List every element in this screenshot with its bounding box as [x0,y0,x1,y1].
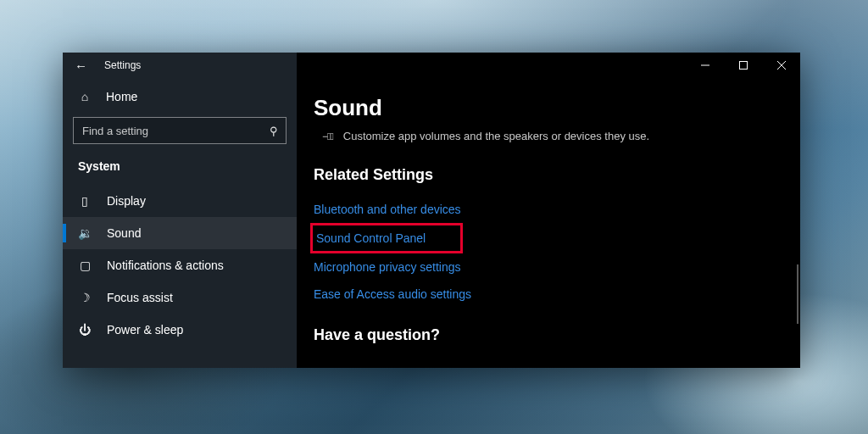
related-links-list: Bluetooth and other devices Sound Contro… [314,196,800,308]
sidebar: ← Settings ⌂ Home ⚲ System ▯ Display 🔉 S… [63,53,297,368]
sidebar-item-notifications[interactable]: ▢ Notifications & actions [63,249,297,281]
notifications-icon: ▢ [78,259,92,272]
link-microphone-privacy[interactable]: Microphone privacy settings [314,253,461,281]
category-label: System [63,153,297,185]
sidebar-item-focus-assist[interactable]: ☽ Focus assist [63,281,297,314]
sidebar-item-label: Focus assist [107,291,173,304]
related-settings-header: Related Settings [314,166,800,184]
home-label: Home [106,90,137,103]
link-bluetooth[interactable]: Bluetooth and other devices [314,196,461,223]
sound-icon: 🔉 [78,226,92,240]
window-controls [686,53,800,78]
app-title: Settings [104,59,141,71]
question-header: Have a question? [314,326,800,344]
sidebar-item-label: Sound [107,226,141,240]
power-icon: ⏻ [78,323,92,337]
annotation-highlight: Sound Control Panel [310,223,463,253]
link-ease-of-access[interactable]: Ease of Access audio settings [314,281,471,308]
sidebar-item-display[interactable]: ▯ Display [63,185,297,217]
minimize-button[interactable] [686,53,724,78]
svg-rect-1 [739,62,747,70]
sidebar-item-sound[interactable]: 🔉 Sound [63,217,297,249]
scrollbar[interactable] [797,264,798,324]
minimize-icon [701,61,709,70]
volume-mixer-icon: − [322,131,333,142]
subtitle-text: Customize app volumes and the speakers o… [343,130,649,142]
search-field-wrap: ⚲ [73,117,287,144]
focus-assist-icon: ☽ [78,291,92,304]
content-pane: Sound − Customize app volumes and the … [297,53,800,368]
maximize-icon [739,61,748,70]
main-content: Sound − Customize app volumes and the … [297,53,800,344]
sidebar-item-label: Power & sleep [107,323,183,337]
sidebar-item-label: Display [107,194,146,208]
settings-window: ← Settings ⌂ Home ⚲ System ▯ Display 🔉 S… [63,53,800,368]
back-arrow-icon[interactable]: ← [75,58,87,73]
sidebar-item-label: Notifications & actions [107,259,224,272]
page-title: Sound [314,95,800,121]
close-icon [777,61,786,70]
sidebar-item-power[interactable]: ⏻ Power & sleep [63,314,297,346]
display-icon: ▯ [78,194,92,208]
link-sound-control-panel[interactable]: Sound Control Panel [316,230,426,247]
maximize-button[interactable] [724,53,762,78]
close-button[interactable] [762,53,800,78]
home-nav[interactable]: ⌂ Home [63,81,297,112]
search-input[interactable] [73,117,287,144]
titlebar: ← Settings [63,53,297,78]
subtitle-row: − Customize app volumes and the speake… [314,130,800,142]
search-icon: ⚲ [270,125,278,137]
home-icon: ⌂ [78,90,92,103]
